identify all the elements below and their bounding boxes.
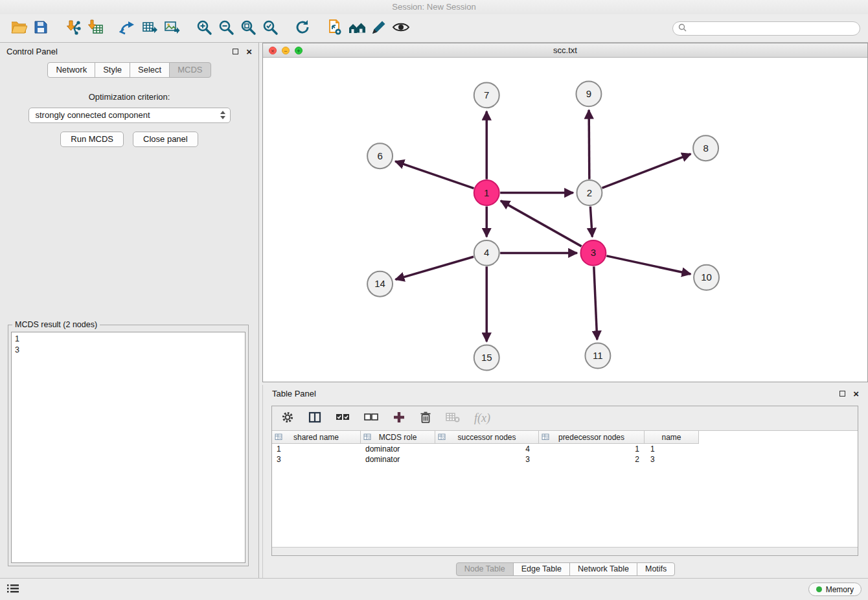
graph-node-11[interactable]: 11	[585, 343, 610, 369]
optimization-criterion-label: Optimization criterion:	[0, 92, 258, 102]
memory-button[interactable]: Memory	[808, 583, 862, 596]
column-header-predecessor-nodes[interactable]: predecessor nodes	[539, 431, 645, 444]
graph-edge-4-14[interactable]	[396, 257, 474, 279]
network-window-titlebar[interactable]: × − + scc.txt	[263, 43, 867, 58]
export-network-button[interactable]	[117, 17, 139, 40]
mcds-result-legend: MCDS result (2 nodes)	[12, 320, 100, 329]
refresh-icon	[294, 19, 311, 38]
zoom-selected-button[interactable]	[259, 17, 281, 40]
graph-node-9[interactable]: 9	[576, 81, 601, 106]
column-attr-icon	[542, 433, 549, 443]
export-image-button[interactable]	[161, 17, 183, 40]
criterion-dropdown-value: strongly connected component	[36, 110, 150, 120]
table-row[interactable]: 1 dominator 4 1 1	[272, 444, 858, 454]
column-header-mcds-role[interactable]: MCDS role	[361, 431, 435, 444]
task-history-list-icon[interactable]	[6, 583, 19, 595]
graph-edge-2-8[interactable]	[602, 154, 691, 188]
graph-node-4[interactable]: 4	[474, 240, 499, 266]
graph-node-7[interactable]: 7	[474, 82, 499, 108]
network-graph[interactable]: 7968124314101511	[263, 58, 867, 382]
graph-node-label: 7	[484, 89, 489, 100]
close-table-panel-icon[interactable]: ×	[853, 389, 859, 398]
graph-node-label: 8	[703, 143, 708, 154]
table-settings-gear-icon[interactable]	[281, 411, 294, 426]
open-session-button[interactable]	[8, 17, 30, 40]
zoom-window-icon[interactable]: +	[295, 47, 303, 54]
criterion-dropdown[interactable]: strongly connected component	[29, 108, 231, 123]
graph-node-2[interactable]: 2	[577, 180, 602, 205]
clone-network-icon	[326, 19, 343, 38]
refresh-layout-button[interactable]	[291, 17, 314, 40]
save-session-button[interactable]	[30, 17, 52, 40]
graph-node-6[interactable]: 6	[367, 143, 393, 168]
tab-motifs[interactable]: Motifs	[637, 562, 675, 576]
export-table-button[interactable]	[139, 17, 161, 40]
column-header-successor-nodes[interactable]: successor nodes	[435, 431, 539, 444]
delete-table-disabled-icon	[446, 411, 460, 425]
graph-node-1[interactable]: 1	[474, 180, 499, 205]
column-header-name[interactable]: name	[645, 431, 699, 444]
close-window-icon[interactable]: ×	[269, 47, 277, 54]
graph-node-14[interactable]: 14	[367, 271, 393, 297]
table-row[interactable]: 3 dominator 3 2 3	[272, 454, 858, 465]
column-attr-icon	[363, 433, 371, 443]
network-canvas[interactable]: 7968124314101511	[263, 58, 867, 382]
main-toolbar	[0, 14, 868, 43]
style-pen-icon	[371, 19, 387, 38]
column-visibility-icon[interactable]	[308, 411, 321, 426]
memory-status-icon	[816, 586, 822, 592]
graph-node-label: 4	[484, 247, 489, 258]
zoom-fit-button[interactable]	[237, 17, 259, 40]
clone-network-button[interactable]	[324, 17, 346, 40]
add-row-plus-icon[interactable]	[393, 411, 405, 426]
graph-edge-2-9[interactable]	[589, 110, 589, 179]
homes-icon	[347, 19, 367, 37]
delete-trash-icon[interactable]	[420, 411, 431, 426]
tab-edge-table[interactable]: Edge Table	[513, 562, 570, 576]
close-panel-icon[interactable]: ×	[246, 47, 252, 56]
mcds-result-list[interactable]: 1 3	[11, 332, 246, 563]
function-builder-icon: f(x)	[474, 411, 490, 425]
search-input[interactable]	[690, 24, 854, 33]
style-pen-button[interactable]	[368, 17, 390, 40]
graph-edge-1-6[interactable]	[395, 161, 474, 189]
float-table-panel-icon[interactable]	[839, 391, 845, 397]
toolbar-search[interactable]	[672, 21, 860, 36]
zoom-in-button[interactable]	[193, 17, 215, 40]
show-hide-button[interactable]	[390, 17, 412, 40]
networks-home-button[interactable]	[346, 17, 368, 40]
tab-select[interactable]: Select	[130, 62, 170, 78]
graph-node-label: 9	[586, 88, 591, 99]
run-mcds-button[interactable]: Run MCDS	[60, 132, 124, 147]
zoom-out-button[interactable]	[215, 17, 237, 40]
graph-edge-3-1[interactable]	[501, 201, 582, 246]
tab-network[interactable]: Network	[47, 62, 95, 78]
graph-edge-2-3[interactable]	[590, 207, 592, 237]
graph-node-8[interactable]: 8	[693, 135, 718, 161]
window-controls: × − +	[269, 47, 303, 54]
import-network-button[interactable]	[62, 17, 84, 40]
graph-node-15[interactable]: 15	[474, 345, 499, 371]
horizontal-scrollbar[interactable]	[272, 547, 858, 555]
close-panel-button[interactable]: Close panel	[133, 132, 198, 147]
deselect-all-checkboxes-icon[interactable]	[364, 411, 378, 425]
tab-network-table[interactable]: Network Table	[569, 562, 637, 576]
column-header-shared-name[interactable]: shared name	[272, 431, 361, 444]
control-panel-tabs: Network Style Select MCDS	[0, 62, 258, 78]
node-table-body: 1 dominator 4 1 1 3 dominator 3 2 3	[272, 444, 858, 547]
table-panel: Table Panel × f(x) shared name MCDS role	[262, 385, 868, 578]
network-window-title: scc.txt	[553, 45, 577, 55]
tab-mcds[interactable]: MCDS	[169, 62, 211, 78]
graph-node-3[interactable]: 3	[580, 240, 606, 266]
float-panel-icon[interactable]	[233, 49, 238, 54]
minimize-window-icon[interactable]: −	[282, 47, 290, 54]
graph-node-label: 10	[701, 271, 712, 283]
graph-edge-3-11[interactable]	[594, 266, 597, 340]
tab-node-table[interactable]: Node Table	[456, 562, 514, 576]
node-table-frame: f(x) shared name MCDS role successor nod…	[271, 406, 858, 556]
tab-style[interactable]: Style	[95, 62, 130, 78]
import-table-button[interactable]	[84, 17, 106, 40]
select-all-checkboxes-icon[interactable]	[336, 411, 350, 425]
graph-node-10[interactable]: 10	[694, 265, 719, 290]
graph-edge-3-10[interactable]	[606, 256, 691, 274]
